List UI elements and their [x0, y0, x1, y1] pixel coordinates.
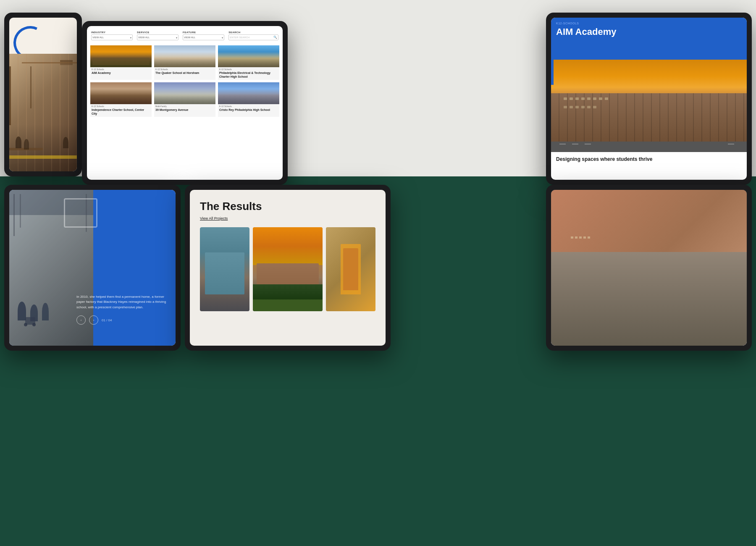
tablet-brand: Blackney Hayes FEATURED PROJECT The Coll…: [546, 185, 752, 351]
result-image-3: [326, 227, 375, 311]
service-filter[interactable]: SERVICE VIEW ALL ▾: [137, 31, 178, 40]
project-grid-screen: INDUSTRY VIEW ALL ▾ SERVICE VIEW ALL ▾ F…: [87, 26, 283, 180]
aim-screen: K12-SCHOOLS AIM Academy: [551, 18, 747, 180]
tablet-aim-academy: K12-SCHOOLS AIM Academy: [546, 13, 752, 185]
brand-screen: Blackney Hayes FEATURED PROJECT The Coll…: [551, 190, 747, 346]
aim-main-image: [551, 60, 747, 152]
blue-accent-bar: [551, 60, 554, 85]
chevron-down-icon: ▾: [222, 36, 223, 39]
results-screen: The Results View All Projects: [190, 190, 386, 346]
aim-header: K12-SCHOOLS AIM Academy: [551, 18, 747, 60]
workspace-screen: [9, 18, 77, 171]
tablet-results: The Results View All Projects: [185, 185, 391, 351]
tablet-project-grid: INDUSTRY VIEW ALL ▾ SERVICE VIEW ALL ▾ F…: [82, 21, 288, 185]
prev-button[interactable]: ‹: [76, 315, 86, 325]
project-thumbnail: [691, 218, 742, 255]
tablet-story: In 2010, she helped them find a permanen…: [4, 185, 181, 351]
results-title: The Results: [200, 200, 375, 213]
search-icon: 🔍: [273, 36, 277, 39]
chevron-down-icon: ▾: [176, 36, 177, 39]
search-group[interactable]: SEARCH ENTER SEARCH 🔍: [228, 31, 278, 40]
story-navigation: ‹ › 01 / 04: [76, 315, 167, 325]
project-card[interactable]: K-12 Schools Philadelphia Electrical & T…: [218, 45, 279, 80]
feature-filter[interactable]: FEATURE VIEW ALL ▾: [183, 31, 224, 40]
road: [551, 142, 747, 152]
featured-project-row: The Collins, Mixed-Use Development A mix…: [556, 218, 742, 255]
story-screen: In 2010, she helped them find a permanen…: [9, 190, 176, 346]
results-images: [200, 227, 375, 311]
result-image-1: [200, 227, 249, 311]
project-card[interactable]: K-12 Schools The Quaker School at Horsha…: [154, 45, 215, 80]
tablet-workspace: [4, 13, 82, 176]
project-card[interactable]: K-12 Schools Cristo Rey Philadelphia Hig…: [218, 82, 279, 117]
project-cards-grid: K-12 Schools AIM Academy K-12 Schools Th…: [90, 45, 279, 117]
chevron-down-icon: ▾: [130, 36, 131, 39]
next-button[interactable]: ›: [89, 315, 98, 325]
project-card[interactable]: Multi-Family 39 Montgomery Avenue: [154, 82, 215, 117]
project-card[interactable]: K-12 Schools AIM Academy: [90, 45, 152, 80]
industry-filter[interactable]: INDUSTRY VIEW ALL ▾: [91, 31, 133, 40]
aim-footer: Designing spaces where students thrive: [551, 152, 747, 166]
project-card[interactable]: K-12 Schools Independence Charter School…: [90, 82, 152, 117]
result-image-2: [253, 227, 323, 311]
brand-body: FEATURED PROJECT The Collins, Mixed-Use …: [551, 207, 747, 284]
view-all-link[interactable]: View All Projects: [200, 216, 375, 220]
filters-row: INDUSTRY VIEW ALL ▾ SERVICE VIEW ALL ▾ F…: [90, 29, 279, 42]
blue-outline-frame: [64, 198, 97, 228]
story-text-area: In 2010, she helped them find a permanen…: [76, 294, 167, 325]
workspace-image: [9, 54, 77, 171]
